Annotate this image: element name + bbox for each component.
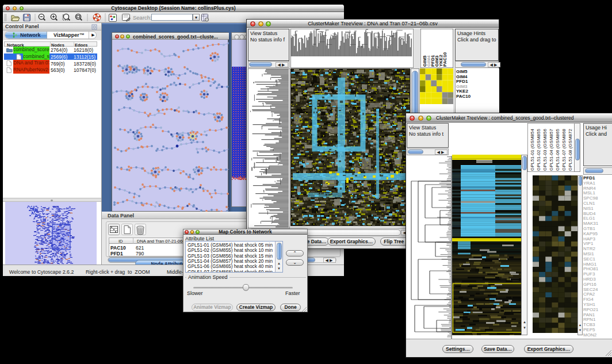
svg-text:GPL51-08 (GSM872: GPL51-08 (GSM872: [568, 129, 573, 171]
svg-text:PAC10: PAC10: [442, 52, 447, 67]
svg-text:GPL51-02 (GSM855: GPL51-02 (GSM855: [536, 129, 541, 171]
svg-text:GPL51-04 (GSM857: GPL51-04 (GSM857: [549, 129, 554, 171]
svg-text:GPL51-01 (GSM854: GPL51-01 (GSM854: [530, 129, 535, 171]
svg-text:GPL51-06 (GSM865: GPL51-06 (GSM865: [555, 129, 560, 171]
svg-text:GPL51-03 (GSM856: GPL51-03 (GSM856: [542, 129, 548, 171]
svg-text:GPL51-07 (GSM868: GPL51-07 (GSM868: [561, 129, 567, 171]
